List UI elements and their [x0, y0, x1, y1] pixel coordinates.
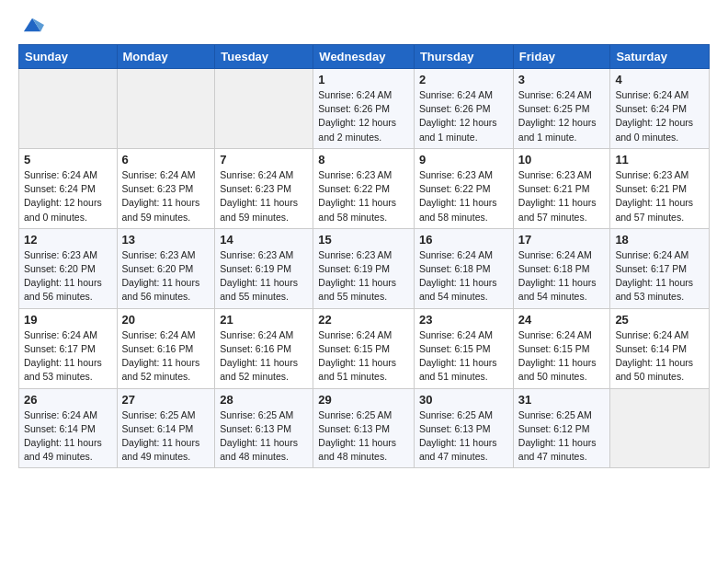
day-info: Sunrise: 6:24 AM Sunset: 6:23 PM Dayligh…	[122, 168, 210, 224]
calendar-cell: 15Sunrise: 6:23 AM Sunset: 6:19 PM Dayli…	[313, 228, 415, 308]
day-number: 12	[24, 233, 112, 247]
calendar-cell: 29Sunrise: 6:25 AM Sunset: 6:13 PM Dayli…	[313, 388, 415, 468]
day-info: Sunrise: 6:24 AM Sunset: 6:18 PM Dayligh…	[419, 248, 508, 304]
day-of-week-thursday: Thursday	[414, 45, 513, 69]
logo-icon	[20, 15, 46, 35]
day-info: Sunrise: 6:24 AM Sunset: 6:15 PM Dayligh…	[419, 328, 508, 385]
calendar-cell: 21Sunrise: 6:24 AM Sunset: 6:16 PM Dayli…	[215, 308, 313, 388]
calendar-cell: 6Sunrise: 6:24 AM Sunset: 6:23 PM Daylig…	[117, 148, 215, 228]
calendar-cell: 10Sunrise: 6:23 AM Sunset: 6:21 PM Dayli…	[513, 148, 610, 228]
day-number: 29	[318, 393, 409, 407]
day-info: Sunrise: 6:24 AM Sunset: 6:14 PM Dayligh…	[615, 328, 704, 385]
calendar-week-4: 19Sunrise: 6:24 AM Sunset: 6:17 PM Dayli…	[19, 308, 710, 388]
day-number: 18	[615, 233, 704, 247]
day-number: 4	[615, 73, 704, 86]
day-number: 8	[318, 153, 409, 167]
day-number: 20	[122, 313, 210, 327]
day-number: 7	[220, 153, 308, 167]
day-info: Sunrise: 6:23 AM Sunset: 6:21 PM Dayligh…	[518, 168, 606, 224]
calendar-week-1: 1Sunrise: 6:24 AM Sunset: 6:26 PM Daylig…	[19, 69, 710, 149]
day-of-week-monday: Monday	[117, 45, 215, 69]
calendar-cell: 9Sunrise: 6:23 AM Sunset: 6:22 PM Daylig…	[414, 148, 513, 228]
day-info: Sunrise: 6:25 AM Sunset: 6:13 PM Dayligh…	[318, 408, 409, 465]
calendar-cell: 5Sunrise: 6:24 AM Sunset: 6:24 PM Daylig…	[19, 148, 118, 228]
calendar-cell	[117, 69, 215, 149]
logo	[18, 15, 46, 35]
day-number: 22	[318, 313, 409, 327]
calendar-cell: 3Sunrise: 6:24 AM Sunset: 6:25 PM Daylig…	[513, 69, 610, 149]
day-info: Sunrise: 6:24 AM Sunset: 6:17 PM Dayligh…	[615, 248, 704, 304]
day-number: 2	[419, 73, 508, 86]
calendar-cell: 26Sunrise: 6:24 AM Sunset: 6:14 PM Dayli…	[19, 388, 118, 468]
calendar-cell	[610, 388, 710, 468]
day-number: 31	[518, 393, 606, 407]
day-number: 23	[419, 313, 508, 327]
calendar-cell: 28Sunrise: 6:25 AM Sunset: 6:13 PM Dayli…	[215, 388, 313, 468]
day-info: Sunrise: 6:25 AM Sunset: 6:12 PM Dayligh…	[518, 408, 606, 465]
day-number: 24	[518, 313, 606, 327]
day-number: 5	[24, 153, 112, 167]
calendar-cell: 12Sunrise: 6:23 AM Sunset: 6:20 PM Dayli…	[19, 228, 118, 308]
day-number: 30	[419, 393, 508, 407]
day-number: 16	[419, 233, 508, 247]
day-of-week-saturday: Saturday	[610, 45, 710, 69]
day-info: Sunrise: 6:25 AM Sunset: 6:14 PM Dayligh…	[122, 408, 210, 465]
calendar-cell: 16Sunrise: 6:24 AM Sunset: 6:18 PM Dayli…	[414, 228, 513, 308]
day-number: 28	[220, 393, 308, 407]
day-number: 1	[318, 73, 409, 86]
day-info: Sunrise: 6:24 AM Sunset: 6:25 PM Dayligh…	[518, 88, 606, 144]
calendar-cell: 27Sunrise: 6:25 AM Sunset: 6:14 PM Dayli…	[117, 388, 215, 468]
day-info: Sunrise: 6:23 AM Sunset: 6:19 PM Dayligh…	[220, 248, 308, 304]
day-info: Sunrise: 6:25 AM Sunset: 6:13 PM Dayligh…	[220, 408, 308, 465]
calendar-cell: 11Sunrise: 6:23 AM Sunset: 6:21 PM Dayli…	[610, 148, 710, 228]
calendar-cell: 17Sunrise: 6:24 AM Sunset: 6:18 PM Dayli…	[513, 228, 610, 308]
calendar-cell: 24Sunrise: 6:24 AM Sunset: 6:15 PM Dayli…	[513, 308, 610, 388]
calendar-cell: 25Sunrise: 6:24 AM Sunset: 6:14 PM Dayli…	[610, 308, 710, 388]
calendar-cell: 4Sunrise: 6:24 AM Sunset: 6:24 PM Daylig…	[610, 69, 710, 149]
calendar-cell: 23Sunrise: 6:24 AM Sunset: 6:15 PM Dayli…	[414, 308, 513, 388]
day-of-week-friday: Friday	[513, 45, 610, 69]
calendar-cell: 20Sunrise: 6:24 AM Sunset: 6:16 PM Dayli…	[117, 308, 215, 388]
day-number: 10	[518, 153, 606, 167]
day-info: Sunrise: 6:24 AM Sunset: 6:23 PM Dayligh…	[220, 168, 308, 224]
day-number: 11	[615, 153, 704, 167]
day-number: 17	[518, 233, 606, 247]
day-number: 9	[419, 153, 508, 167]
day-of-week-tuesday: Tuesday	[215, 45, 313, 69]
day-number: 15	[318, 233, 409, 247]
day-info: Sunrise: 6:23 AM Sunset: 6:19 PM Dayligh…	[318, 248, 409, 304]
day-of-week-sunday: Sunday	[19, 45, 118, 69]
day-info: Sunrise: 6:23 AM Sunset: 6:22 PM Dayligh…	[419, 168, 508, 224]
day-info: Sunrise: 6:24 AM Sunset: 6:16 PM Dayligh…	[220, 328, 308, 385]
calendar-cell	[215, 69, 313, 149]
day-info: Sunrise: 6:24 AM Sunset: 6:24 PM Dayligh…	[24, 168, 112, 224]
calendar-week-5: 26Sunrise: 6:24 AM Sunset: 6:14 PM Dayli…	[19, 388, 710, 468]
calendar-header-row: SundayMondayTuesdayWednesdayThursdayFrid…	[19, 45, 710, 69]
day-info: Sunrise: 6:24 AM Sunset: 6:17 PM Dayligh…	[24, 328, 112, 385]
calendar-cell: 2Sunrise: 6:24 AM Sunset: 6:26 PM Daylig…	[414, 69, 513, 149]
day-info: Sunrise: 6:24 AM Sunset: 6:26 PM Dayligh…	[318, 88, 409, 144]
day-info: Sunrise: 6:23 AM Sunset: 6:20 PM Dayligh…	[122, 248, 210, 304]
day-info: Sunrise: 6:24 AM Sunset: 6:24 PM Dayligh…	[615, 88, 704, 144]
day-info: Sunrise: 6:23 AM Sunset: 6:22 PM Dayligh…	[318, 168, 409, 224]
day-info: Sunrise: 6:23 AM Sunset: 6:20 PM Dayligh…	[24, 248, 112, 304]
calendar-cell: 30Sunrise: 6:25 AM Sunset: 6:13 PM Dayli…	[414, 388, 513, 468]
calendar-week-3: 12Sunrise: 6:23 AM Sunset: 6:20 PM Dayli…	[19, 228, 710, 308]
calendar-cell: 13Sunrise: 6:23 AM Sunset: 6:20 PM Dayli…	[117, 228, 215, 308]
calendar-cell: 31Sunrise: 6:25 AM Sunset: 6:12 PM Dayli…	[513, 388, 610, 468]
calendar-cell	[19, 69, 118, 149]
day-number: 21	[220, 313, 308, 327]
calendar-cell: 14Sunrise: 6:23 AM Sunset: 6:19 PM Dayli…	[215, 228, 313, 308]
page: SundayMondayTuesdayWednesdayThursdayFrid…	[0, 0, 728, 483]
day-number: 6	[122, 153, 210, 167]
calendar-cell: 1Sunrise: 6:24 AM Sunset: 6:26 PM Daylig…	[313, 69, 415, 149]
day-info: Sunrise: 6:24 AM Sunset: 6:15 PM Dayligh…	[518, 328, 606, 385]
calendar-cell: 22Sunrise: 6:24 AM Sunset: 6:15 PM Dayli…	[313, 308, 415, 388]
day-info: Sunrise: 6:24 AM Sunset: 6:14 PM Dayligh…	[24, 408, 112, 465]
day-info: Sunrise: 6:24 AM Sunset: 6:15 PM Dayligh…	[318, 328, 409, 385]
day-number: 14	[220, 233, 308, 247]
day-number: 27	[122, 393, 210, 407]
calendar: SundayMondayTuesdayWednesdayThursdayFrid…	[18, 44, 710, 468]
day-info: Sunrise: 6:24 AM Sunset: 6:16 PM Dayligh…	[122, 328, 210, 385]
day-info: Sunrise: 6:25 AM Sunset: 6:13 PM Dayligh…	[419, 408, 508, 465]
